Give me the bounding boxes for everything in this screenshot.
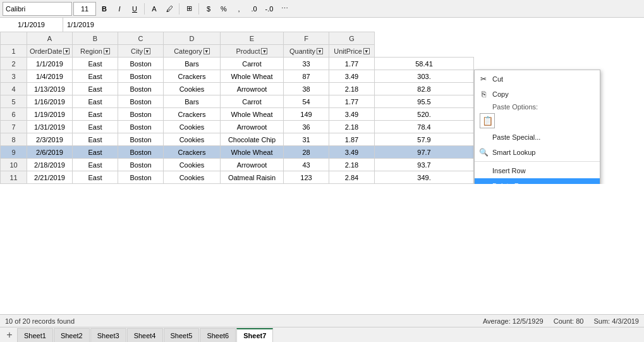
cell[interactable]: Boston xyxy=(118,171,164,184)
cell[interactable]: Carrot xyxy=(221,58,284,70)
cell[interactable]: Crackers xyxy=(164,108,221,121)
fill-color-button[interactable]: 🖊 xyxy=(162,2,176,16)
cell[interactable]: 303. xyxy=(375,70,474,83)
font-color-button[interactable]: A xyxy=(147,2,161,16)
header-orderdate[interactable]: OrderDate ▼ xyxy=(27,45,73,58)
cell[interactable]: 28 xyxy=(284,146,329,159)
cell[interactable]: 1/1/2019 xyxy=(27,58,73,70)
cell[interactable]: 2.18 xyxy=(329,121,375,133)
cell[interactable]: Cookies xyxy=(164,133,221,146)
table-row[interactable]: 41/13/2019EastBostonCookiesArrowroot382.… xyxy=(1,83,474,95)
col-header-f[interactable]: F xyxy=(284,32,329,45)
cell[interactable]: 2/3/2019 xyxy=(27,133,73,146)
header-quantity[interactable]: Quantity ▼ xyxy=(284,45,329,58)
cell[interactable]: 38 xyxy=(284,83,329,95)
cell[interactable]: Whole Wheat xyxy=(221,146,284,159)
cell[interactable]: Cookies xyxy=(164,159,221,171)
decrease-decimal-button[interactable]: -.0 xyxy=(262,2,276,16)
cell[interactable]: Boston xyxy=(118,133,164,146)
cell[interactable]: East xyxy=(73,121,118,133)
borders-button[interactable]: ⊞ xyxy=(182,2,196,16)
header-unitprice[interactable]: UnitPrice ▼ xyxy=(329,45,375,58)
cell[interactable]: 1/13/2019 xyxy=(27,83,73,95)
cell[interactable]: Boston xyxy=(118,70,164,83)
cell[interactable]: 57.9 xyxy=(375,133,474,146)
table-row[interactable]: 61/19/2019EastBostonCrackersWhole Wheat1… xyxy=(1,108,474,121)
table-row[interactable]: 102/18/2019EastBostonCookiesArrowroot432… xyxy=(1,159,474,171)
cell[interactable]: East xyxy=(73,146,118,159)
cell[interactable]: Boston xyxy=(118,121,164,133)
category-filter-btn[interactable]: ▼ xyxy=(204,48,210,54)
cell[interactable]: Boston xyxy=(118,159,164,171)
cell[interactable]: 78.4 xyxy=(375,121,474,133)
cell[interactable]: Cookies xyxy=(164,171,221,184)
cell[interactable]: 2.84 xyxy=(329,171,375,184)
cell[interactable]: Carrot xyxy=(221,95,284,108)
cell[interactable]: 3.49 xyxy=(329,70,375,83)
formula-input[interactable] xyxy=(63,18,644,32)
cell[interactable]: Boston xyxy=(118,146,164,159)
cell[interactable]: East xyxy=(73,83,118,95)
table-row[interactable]: 51/16/2019EastBostonBarsCarrot541.7795.5 xyxy=(1,95,474,108)
cell[interactable]: East xyxy=(73,159,118,171)
cell[interactable]: 95.5 xyxy=(375,95,474,108)
table-row[interactable]: 82/3/2019EastBostonCookiesChocolate Chip… xyxy=(1,133,474,146)
cell[interactable]: 2.18 xyxy=(329,83,375,95)
cell[interactable]: 97.7 xyxy=(375,146,474,159)
table-row[interactable]: 112/21/2019EastBostonCookiesOatmeal Rais… xyxy=(1,171,474,184)
header-category[interactable]: Category ▼ xyxy=(164,45,221,58)
cell[interactable]: Boston xyxy=(118,58,164,70)
cm-insert-row[interactable]: Insert Row xyxy=(475,163,600,178)
cell[interactable]: 2/18/2019 xyxy=(27,159,73,171)
city-filter-btn[interactable]: ▼ xyxy=(144,48,150,54)
cell[interactable]: Crackers xyxy=(164,146,221,159)
cell[interactable]: 54 xyxy=(284,95,329,108)
region-filter-btn[interactable]: ▼ xyxy=(104,48,110,54)
orderdate-filter-btn[interactable]: ▼ xyxy=(63,48,70,54)
cell[interactable]: 82.8 xyxy=(375,83,474,95)
cell[interactable]: Whole Wheat xyxy=(221,70,284,83)
quantity-filter-btn[interactable]: ▼ xyxy=(317,48,323,54)
cell[interactable]: 3.49 xyxy=(329,108,375,121)
cm-paste-special[interactable]: Paste Special... xyxy=(475,130,600,145)
cell[interactable]: 36 xyxy=(284,121,329,133)
cell[interactable]: 1/31/2019 xyxy=(27,121,73,133)
header-product[interactable]: Product ▼ xyxy=(221,45,284,58)
increase-decimal-button[interactable]: .0 xyxy=(247,2,261,16)
cell[interactable]: 1/16/2019 xyxy=(27,95,73,108)
cell[interactable]: Arrowroot xyxy=(221,121,284,133)
cell[interactable]: 149 xyxy=(284,108,329,121)
cell[interactable]: 3.49 xyxy=(329,146,375,159)
cell[interactable]: East xyxy=(73,171,118,184)
cell[interactable]: 2.18 xyxy=(329,159,375,171)
product-filter-btn[interactable]: ▼ xyxy=(261,48,267,54)
table-row[interactable]: 92/6/2019EastBostonCrackersWhole Wheat28… xyxy=(1,146,474,159)
col-header-d[interactable]: D xyxy=(164,32,221,45)
cell[interactable]: Arrowroot xyxy=(221,159,284,171)
cell[interactable]: 349. xyxy=(375,171,474,184)
cell[interactable]: 43 xyxy=(284,159,329,171)
unitprice-filter-btn[interactable]: ▼ xyxy=(363,48,370,54)
cell[interactable]: 87 xyxy=(284,70,329,83)
col-header-c[interactable]: C xyxy=(118,32,164,45)
cell[interactable]: Boston xyxy=(118,108,164,121)
cell[interactable]: 1.77 xyxy=(329,95,375,108)
font-name-input[interactable] xyxy=(3,2,72,16)
cell[interactable]: East xyxy=(73,95,118,108)
more-button[interactable]: ⋯ xyxy=(277,2,291,16)
italic-button[interactable]: I xyxy=(112,2,126,16)
cell[interactable]: 1.87 xyxy=(329,133,375,146)
cell[interactable]: Chocolate Chip xyxy=(221,133,284,146)
cell[interactable]: East xyxy=(73,58,118,70)
underline-button[interactable]: U xyxy=(128,2,142,16)
bold-button[interactable]: B xyxy=(97,2,111,16)
cell[interactable]: Oatmeal Raisin xyxy=(221,171,284,184)
cell[interactable]: Bars xyxy=(164,58,221,70)
table-row[interactable]: 71/31/2019EastBostonCookiesArrowroot362.… xyxy=(1,121,474,133)
cell[interactable]: 1/4/2019 xyxy=(27,70,73,83)
paste-btn-1[interactable]: 📋 xyxy=(480,113,495,128)
cell[interactable]: 1/19/2019 xyxy=(27,108,73,121)
header-region[interactable]: Region ▼ xyxy=(73,45,118,58)
cm-copy[interactable]: ⎘ Copy xyxy=(475,87,600,102)
cell[interactable]: 58.41 xyxy=(375,58,474,70)
